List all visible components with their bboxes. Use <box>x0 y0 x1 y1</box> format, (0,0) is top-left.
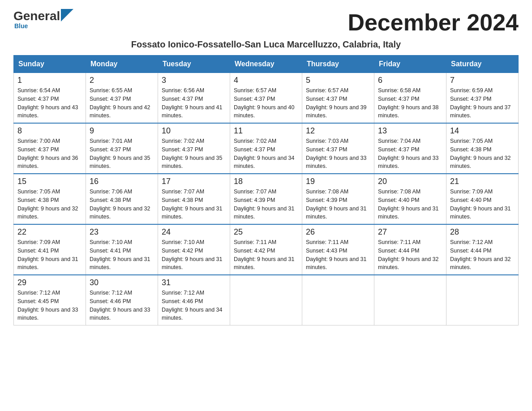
day-number: 30 <box>90 278 154 287</box>
table-row: 24Sunrise: 7:10 AMSunset: 4:42 PMDayligh… <box>158 224 230 275</box>
logo-blue: Blue <box>14 22 28 30</box>
calendar-week-row: 1Sunrise: 6:54 AMSunset: 4:37 PMDaylight… <box>14 73 519 124</box>
day-number: 25 <box>234 227 298 237</box>
day-info: Sunrise: 7:02 AMSunset: 4:37 PMDaylight:… <box>234 137 298 171</box>
table-row: 19Sunrise: 7:08 AMSunset: 4:39 PMDayligh… <box>302 174 374 224</box>
table-row: 2Sunrise: 6:55 AMSunset: 4:37 PMDaylight… <box>86 73 158 124</box>
table-row: 30Sunrise: 7:12 AMSunset: 4:46 PMDayligh… <box>86 275 158 325</box>
day-number: 2 <box>90 76 154 85</box>
day-number: 22 <box>17 227 82 237</box>
day-info: Sunrise: 6:57 AMSunset: 4:37 PMDaylight:… <box>234 86 298 120</box>
calendar-week-row: 29Sunrise: 7:12 AMSunset: 4:45 PMDayligh… <box>14 275 519 325</box>
table-row: 31Sunrise: 7:12 AMSunset: 4:46 PMDayligh… <box>158 275 230 325</box>
day-number: 16 <box>90 177 154 186</box>
day-info: Sunrise: 7:12 AMSunset: 4:45 PMDaylight:… <box>17 289 82 322</box>
col-header-saturday: Saturday <box>446 56 519 73</box>
day-info: Sunrise: 6:56 AMSunset: 4:37 PMDaylight:… <box>162 86 226 120</box>
table-row <box>230 275 302 325</box>
day-number: 4 <box>234 76 298 85</box>
table-row: 15Sunrise: 7:05 AMSunset: 4:38 PMDayligh… <box>14 174 86 224</box>
day-number: 29 <box>17 278 82 287</box>
day-number: 21 <box>450 177 515 186</box>
day-info: Sunrise: 7:12 AMSunset: 4:46 PMDaylight:… <box>90 289 154 322</box>
logo-triangle <box>61 9 73 21</box>
day-number: 12 <box>306 126 370 136</box>
calendar-table: Sunday Monday Tuesday Wednesday Thursday… <box>13 55 519 325</box>
day-info: Sunrise: 7:08 AMSunset: 4:40 PMDaylight:… <box>378 188 442 221</box>
day-info: Sunrise: 7:11 AMSunset: 4:43 PMDaylight:… <box>306 238 370 272</box>
table-row: 1Sunrise: 6:54 AMSunset: 4:37 PMDaylight… <box>14 73 86 124</box>
day-number: 28 <box>450 227 515 237</box>
table-row: 5Sunrise: 6:57 AMSunset: 4:37 PMDaylight… <box>302 73 374 124</box>
day-number: 5 <box>306 76 370 85</box>
day-info: Sunrise: 6:54 AMSunset: 4:37 PMDaylight:… <box>17 86 82 120</box>
calendar-week-row: 15Sunrise: 7:05 AMSunset: 4:38 PMDayligh… <box>14 174 519 224</box>
day-number: 11 <box>234 126 298 136</box>
day-number: 18 <box>234 177 298 186</box>
calendar-week-row: 22Sunrise: 7:09 AMSunset: 4:41 PMDayligh… <box>14 224 519 275</box>
day-info: Sunrise: 7:05 AMSunset: 4:38 PMDaylight:… <box>450 137 515 171</box>
calendar-header-row: Sunday Monday Tuesday Wednesday Thursday… <box>14 56 519 73</box>
location-title: Fossato Ionico-Fossatello-San Luca Marce… <box>13 39 519 50</box>
table-row: 23Sunrise: 7:10 AMSunset: 4:41 PMDayligh… <box>86 224 158 275</box>
table-row: 28Sunrise: 7:12 AMSunset: 4:44 PMDayligh… <box>446 224 519 275</box>
day-number: 9 <box>90 126 154 136</box>
day-info: Sunrise: 7:09 AMSunset: 4:40 PMDaylight:… <box>450 188 515 221</box>
day-info: Sunrise: 7:02 AMSunset: 4:37 PMDaylight:… <box>162 137 226 171</box>
day-info: Sunrise: 7:01 AMSunset: 4:37 PMDaylight:… <box>90 137 154 171</box>
day-number: 14 <box>450 126 515 136</box>
page-title: December 2024 <box>348 9 519 36</box>
table-row: 9Sunrise: 7:01 AMSunset: 4:37 PMDaylight… <box>86 123 158 174</box>
day-info: Sunrise: 7:07 AMSunset: 4:39 PMDaylight:… <box>234 188 298 221</box>
day-info: Sunrise: 7:07 AMSunset: 4:38 PMDaylight:… <box>162 188 226 221</box>
day-number: 7 <box>450 76 515 85</box>
day-number: 17 <box>162 177 226 186</box>
day-number: 19 <box>306 177 370 186</box>
day-number: 23 <box>90 227 154 237</box>
table-row: 21Sunrise: 7:09 AMSunset: 4:40 PMDayligh… <box>446 174 519 224</box>
table-row: 13Sunrise: 7:04 AMSunset: 4:37 PMDayligh… <box>374 123 446 174</box>
day-number: 24 <box>162 227 226 237</box>
table-row: 6Sunrise: 6:58 AMSunset: 4:37 PMDaylight… <box>374 73 446 124</box>
table-row <box>302 275 374 325</box>
day-info: Sunrise: 7:10 AMSunset: 4:42 PMDaylight:… <box>162 238 226 272</box>
day-number: 31 <box>162 278 226 287</box>
day-info: Sunrise: 7:05 AMSunset: 4:38 PMDaylight:… <box>17 188 82 221</box>
day-number: 27 <box>378 227 442 237</box>
table-row: 3Sunrise: 6:56 AMSunset: 4:37 PMDaylight… <box>158 73 230 124</box>
day-info: Sunrise: 7:00 AMSunset: 4:37 PMDaylight:… <box>17 137 82 171</box>
day-info: Sunrise: 7:08 AMSunset: 4:39 PMDaylight:… <box>306 188 370 221</box>
day-info: Sunrise: 7:11 AMSunset: 4:44 PMDaylight:… <box>378 238 442 272</box>
col-header-thursday: Thursday <box>302 56 374 73</box>
day-number: 20 <box>378 177 442 186</box>
header-row: General Blue December 2024 <box>13 9 519 36</box>
table-row <box>446 275 519 325</box>
table-row: 26Sunrise: 7:11 AMSunset: 4:43 PMDayligh… <box>302 224 374 275</box>
day-info: Sunrise: 7:06 AMSunset: 4:38 PMDaylight:… <box>90 188 154 221</box>
day-info: Sunrise: 7:09 AMSunset: 4:41 PMDaylight:… <box>17 238 82 272</box>
table-row: 29Sunrise: 7:12 AMSunset: 4:45 PMDayligh… <box>14 275 86 325</box>
day-info: Sunrise: 6:59 AMSunset: 4:37 PMDaylight:… <box>450 86 515 120</box>
table-row: 4Sunrise: 6:57 AMSunset: 4:37 PMDaylight… <box>230 73 302 124</box>
table-row: 25Sunrise: 7:11 AMSunset: 4:42 PMDayligh… <box>230 224 302 275</box>
day-number: 13 <box>378 126 442 136</box>
table-row: 18Sunrise: 7:07 AMSunset: 4:39 PMDayligh… <box>230 174 302 224</box>
day-info: Sunrise: 7:12 AMSunset: 4:46 PMDaylight:… <box>162 289 226 322</box>
table-row: 10Sunrise: 7:02 AMSunset: 4:37 PMDayligh… <box>158 123 230 174</box>
table-row: 14Sunrise: 7:05 AMSunset: 4:38 PMDayligh… <box>446 123 519 174</box>
col-header-monday: Monday <box>86 56 158 73</box>
calendar-week-row: 8Sunrise: 7:00 AMSunset: 4:37 PMDaylight… <box>14 123 519 174</box>
day-info: Sunrise: 7:10 AMSunset: 4:41 PMDaylight:… <box>90 238 154 272</box>
col-header-tuesday: Tuesday <box>158 56 230 73</box>
table-row: 7Sunrise: 6:59 AMSunset: 4:37 PMDaylight… <box>446 73 519 124</box>
day-info: Sunrise: 7:11 AMSunset: 4:42 PMDaylight:… <box>234 238 298 272</box>
table-row: 12Sunrise: 7:03 AMSunset: 4:37 PMDayligh… <box>302 123 374 174</box>
table-row: 22Sunrise: 7:09 AMSunset: 4:41 PMDayligh… <box>14 224 86 275</box>
day-info: Sunrise: 7:12 AMSunset: 4:44 PMDaylight:… <box>450 238 515 272</box>
day-number: 8 <box>17 126 82 136</box>
day-info: Sunrise: 6:58 AMSunset: 4:37 PMDaylight:… <box>378 86 442 120</box>
logo: General Blue <box>13 9 74 30</box>
col-header-sunday: Sunday <box>14 56 86 73</box>
day-number: 3 <box>162 76 226 85</box>
table-row: 17Sunrise: 7:07 AMSunset: 4:38 PMDayligh… <box>158 174 230 224</box>
